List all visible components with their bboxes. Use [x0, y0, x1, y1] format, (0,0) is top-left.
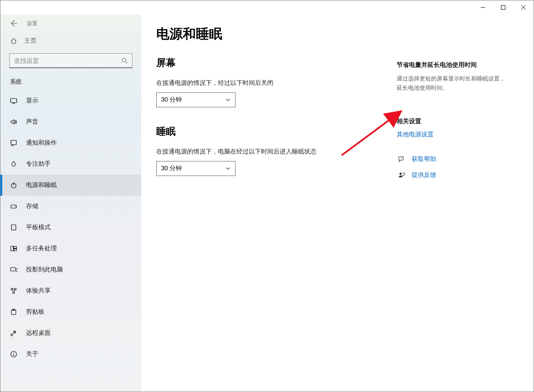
sidebar-item-label: 投影到此电脑 — [26, 266, 63, 274]
project-icon — [10, 266, 17, 273]
home-icon — [10, 37, 17, 44]
svg-point-21 — [400, 172, 402, 175]
related-settings-header: 相关设置 — [397, 117, 520, 125]
svg-text:?: ? — [401, 157, 402, 160]
sleep-timeout-value: 30 分钟 — [161, 165, 182, 172]
svg-point-13 — [11, 288, 13, 290]
sidebar-item-display[interactable]: 显示 — [0, 90, 141, 111]
focus-assist-icon — [10, 161, 17, 168]
sidebar-item-power-sleep[interactable]: 电源和睡眠 — [0, 175, 141, 196]
svg-rect-12 — [11, 267, 15, 271]
sidebar-item-notifications[interactable]: 通知和操作 — [0, 132, 141, 154]
screen-section-header: 屏幕 — [156, 56, 388, 70]
remote-desktop-icon — [10, 330, 17, 337]
display-icon — [10, 97, 17, 104]
svg-point-14 — [15, 288, 16, 290]
sidebar-item-tablet-mode[interactable]: 平板模式 — [0, 217, 141, 238]
sound-icon — [10, 118, 17, 125]
give-feedback-link[interactable]: 提供反馈 — [397, 171, 520, 179]
storage-icon — [10, 203, 17, 210]
sidebar-item-clipboard[interactable]: 剪贴板 — [0, 301, 141, 322]
maximize-button[interactable] — [493, 0, 513, 15]
sidebar-item-label: 平板模式 — [26, 223, 51, 231]
svg-rect-3 — [11, 140, 16, 145]
svg-point-6 — [15, 206, 16, 207]
minimize-button[interactable] — [473, 0, 493, 15]
sidebar-item-label: 远程桌面 — [26, 329, 51, 337]
page-title: 电源和睡眠 — [156, 25, 388, 43]
svg-point-1 — [122, 58, 126, 62]
titlebar — [0, 0, 534, 15]
screen-timeout-value: 30 分钟 — [161, 96, 182, 104]
sleep-field-label: 在接通电源的情况下，电脑在经过以下时间后进入睡眠状态 — [156, 148, 388, 156]
search-icon — [117, 58, 132, 64]
sidebar-item-multitasking[interactable]: 多任务处理 — [0, 238, 141, 259]
sidebar-section-label: 系统 — [0, 72, 141, 90]
window-title: 设置 — [27, 20, 37, 27]
svg-rect-10 — [14, 246, 17, 249]
multitasking-icon — [10, 245, 17, 252]
sidebar-item-storage[interactable]: 存储 — [0, 196, 141, 217]
screen-field-label: 在接通电源的情况下，经过以下时间后关闭 — [156, 79, 388, 87]
main-content: 电源和睡眠 屏幕 在接通电源的情况下，经过以下时间后关闭 30 分钟 睡眠 在接… — [141, 15, 534, 392]
search-box[interactable] — [9, 53, 133, 68]
sidebar-item-label: 多任务处理 — [26, 245, 57, 253]
sidebar-item-label: 通知和操作 — [26, 139, 57, 147]
sidebar: 设置 主页 系统 显示 声音 — [0, 15, 141, 392]
sidebar-item-label: 存储 — [26, 202, 38, 210]
svg-point-8 — [13, 229, 14, 229]
sleep-section-header: 睡眠 — [156, 125, 388, 138]
svg-point-19 — [13, 352, 14, 353]
tip-header: 节省电量并延长电池使用时间 — [397, 61, 520, 69]
sidebar-item-label: 显示 — [26, 97, 38, 105]
sidebar-item-label: 电源和睡眠 — [26, 181, 57, 189]
tip-text: 通过选择更短的屏幕显示时长和睡眠设置，延长电池使用时间。 — [397, 74, 507, 93]
feedback-icon — [397, 172, 406, 179]
close-button[interactable] — [513, 0, 534, 15]
sidebar-item-about[interactable]: 关于 — [0, 344, 141, 365]
sidebar-item-remote-desktop[interactable]: 远程桌面 — [0, 322, 141, 344]
shared-experiences-icon — [10, 287, 17, 294]
give-feedback-label: 提供反馈 — [412, 171, 436, 179]
clipboard-icon — [10, 308, 17, 315]
svg-rect-11 — [14, 249, 17, 251]
about-icon — [10, 351, 17, 358]
get-help-label: 获取帮助 — [412, 155, 436, 163]
chevron-down-icon — [225, 166, 231, 171]
search-input[interactable] — [10, 57, 117, 64]
sleep-timeout-select[interactable]: 30 分钟 — [156, 161, 236, 176]
svg-rect-2 — [11, 99, 17, 103]
notifications-icon — [10, 139, 17, 147]
additional-power-settings-link[interactable]: 其他电源设置 — [397, 131, 520, 139]
sidebar-item-label: 声音 — [26, 118, 38, 126]
svg-point-15 — [13, 292, 15, 293]
sidebar-item-sound[interactable]: 声音 — [0, 111, 141, 132]
sidebar-home-label: 主页 — [24, 37, 37, 45]
get-help-link[interactable]: ? 获取帮助 — [397, 155, 520, 163]
sidebar-item-focus-assist[interactable]: 专注助手 — [0, 154, 141, 175]
back-button[interactable] — [7, 16, 21, 30]
chevron-down-icon — [225, 97, 231, 103]
sidebar-item-label: 体验共享 — [26, 287, 51, 295]
sidebar-item-label: 剪贴板 — [26, 308, 44, 316]
sidebar-item-project[interactable]: 投影到此电脑 — [0, 259, 141, 280]
sidebar-nav-list: 显示 声音 通知和操作 专注助手 电源和睡眠 存储 — [0, 90, 141, 365]
svg-rect-9 — [11, 246, 14, 251]
sidebar-home[interactable]: 主页 — [0, 32, 141, 50]
power-icon — [10, 182, 17, 189]
sidebar-item-shared-experiences[interactable]: 体验共享 — [0, 280, 141, 301]
help-icon: ? — [397, 156, 406, 163]
screen-timeout-select[interactable]: 30 分钟 — [156, 92, 236, 107]
svg-rect-0 — [501, 6, 505, 10]
sidebar-item-label: 专注助手 — [26, 160, 51, 168]
sidebar-item-label: 关于 — [26, 350, 38, 358]
tablet-icon — [10, 224, 17, 231]
